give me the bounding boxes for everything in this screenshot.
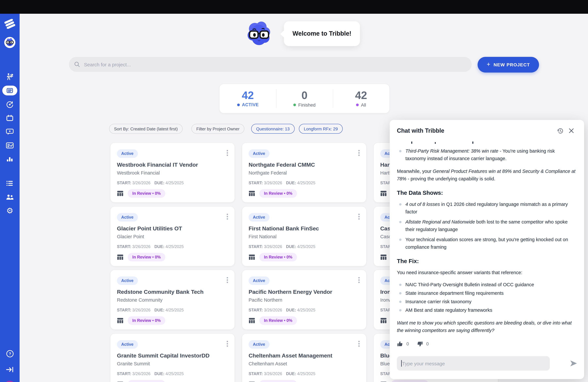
project-title[interactable]: Pacific Northern Energy Vendor [249,289,332,296]
status-badge: Active [117,149,138,158]
table-icon [380,191,387,196]
kebab-menu-icon[interactable] [225,276,229,284]
stat-all[interactable]: 42 All [333,84,389,113]
project-dates: START: 3/26/2026DUE: 4/25/2025 [249,181,315,185]
list-item: State insurance department filing requir… [397,290,576,297]
tribble-logo-icon[interactable] [0,18,20,30]
table-icon [117,318,124,323]
meanwhile-paragraph: Meanwhile, your General Product Features… [397,168,576,183]
table-icon [117,254,124,260]
sync-icon[interactable] [0,100,20,109]
stat-active[interactable]: 42 ACTIVE [220,84,276,113]
review-checklist-icon[interactable] [0,141,20,150]
stage-badge: In Review • 0% [128,316,165,325]
avatar-initials: TK [4,381,15,382]
thumbs-up-icon[interactable] [397,341,403,347]
chat-input-wrap[interactable] [397,356,550,371]
project-card[interactable]: Active Westbrook Financial IT Vendor Wes… [110,143,235,203]
fix-intro: You need insurance-specific answer varia… [397,269,576,276]
project-card[interactable]: Active Redstone Community Bank Tech Reds… [110,270,235,330]
project-title[interactable]: Cheltenham Asset Management [249,353,332,359]
kebab-menu-icon[interactable] [357,212,361,221]
kebab-menu-icon[interactable] [357,149,361,157]
stat-finished[interactable]: 0 Finished [276,84,333,113]
settings-gear-icon[interactable]: ⚙ [0,207,20,215]
sidebar-item-projects[interactable] [0,85,20,95]
project-org: Westbrook Financial [117,170,160,175]
status-badge: Active [249,340,269,349]
questionnaire-chip[interactable]: Questionnaire: 13 [251,124,294,134]
project-card[interactable]: Active Glacier Point Utilities OT Glacie… [110,206,235,266]
stage-badge: In Review • 0% [128,189,165,198]
svg-text:?: ? [9,351,11,356]
analytics-icon[interactable] [0,155,20,163]
list-item: 4 out of 8 losses in Q1 2026 cited regul… [397,201,576,216]
chat-close-icon[interactable] [566,125,577,136]
stage-badge: In Review • 0% [259,189,297,198]
sort-chip[interactable]: Sort By: Created Date (latest first) [109,124,183,134]
menu-list-icon[interactable] [0,179,20,188]
kebab-menu-icon[interactable] [225,212,229,221]
list-item: Allstate Regional and Nationwide both lo… [397,218,576,233]
assistant-avatar-icon[interactable] [0,36,20,49]
list-item: AM Best and state regulatory frameworks [397,307,576,314]
search-input[interactable] [83,61,378,67]
chat-sparkle-icon[interactable] [0,128,20,136]
project-search[interactable] [69,57,472,72]
project-title[interactable]: Redstone Community Bank Tech [117,289,204,296]
stage-badge: In Review • 0% [259,380,297,382]
status-badge: Active [117,276,138,285]
project-card[interactable]: Active Pacific Northern Energy Vendor Pa… [242,270,367,330]
project-card[interactable]: Active Cheltenham Asset Management Chelt… [242,333,367,382]
welcome-text: Welcome to Tribble! [293,30,351,37]
kebab-menu-icon[interactable] [357,276,361,284]
data-list: 4 out of 8 losses in Q1 2026 cited regul… [397,201,576,251]
project-dates: START: 3/26/2026DUE: 4/25/2025 [117,181,184,185]
chat-message-input[interactable] [401,360,545,366]
sidebar: ⚙ ? TK [0,14,20,382]
projects-icon[interactable] [2,85,17,95]
longform-chip[interactable]: Longform RFx: 29 [299,124,343,134]
finished-label: Finished [298,102,315,107]
finished-dot [293,104,296,106]
calendar-icon[interactable] [0,114,20,122]
thumbs-down-icon[interactable] [417,341,423,347]
finished-count: 0 [301,90,308,101]
project-title[interactable]: Westbrook Financial IT Vendor [117,162,198,168]
stage-badge: In Review • 0% [259,316,297,325]
fix-heading: The Fix: [397,257,576,265]
project-title[interactable]: First National Bank FinSec [249,226,319,232]
project-card[interactable]: Active Granite Summit Capital InvestorDD… [110,333,235,382]
chat-history-icon[interactable] [555,125,566,136]
team-icon[interactable] [0,193,20,201]
stage-badge: In Review • 0% [128,380,165,382]
project-dates: START: 3/26/2026DUE: 4/25/2025 [249,372,315,376]
logout-icon[interactable] [0,365,20,374]
kebab-menu-icon[interactable] [357,340,361,348]
list-item: Insurance carrier risk taxonomy [397,298,576,306]
project-title[interactable]: Northgate Federal CMMC [249,162,315,168]
project-dates: START: 3/26/2026DUE: 4/25/2025 [117,372,184,376]
user-avatar[interactable]: TK [0,381,20,382]
search-icon [74,62,80,67]
project-card[interactable]: Active Northgate Federal CMMC Northgate … [242,143,367,203]
project-org: Pacific Northern [249,297,282,303]
handoff-icon[interactable] [0,73,20,81]
chat-messages[interactable]: Third-Party Risk Management: 38% win rat… [397,141,576,353]
message-feedback: 0 0 [397,340,576,348]
help-icon[interactable]: ? [0,349,20,358]
send-icon[interactable] [569,359,578,368]
data-shows-heading: The Data Shows: [397,189,576,197]
project-title[interactable]: Glacier Point Utilities OT [117,226,182,232]
project-org: Casc [380,234,391,239]
closing-question: Want me to show you which specific quest… [397,319,576,334]
table-icon [117,191,124,196]
fix-list: NAIC Third-Party Oversight Bulletin inst… [397,281,576,314]
new-project-button[interactable]: + NEW PROJECT [478,57,539,73]
project-card[interactable]: Active First National Bank FinSec First … [242,206,367,266]
kebab-menu-icon[interactable] [225,340,229,348]
kebab-menu-icon[interactable] [225,149,229,157]
project-title[interactable]: Granite Summit Capital InvestorDD [117,353,210,359]
owner-filter-chip[interactable]: Filter by Project Owner [191,124,244,134]
thumbs-up-count: 0 [406,340,409,348]
